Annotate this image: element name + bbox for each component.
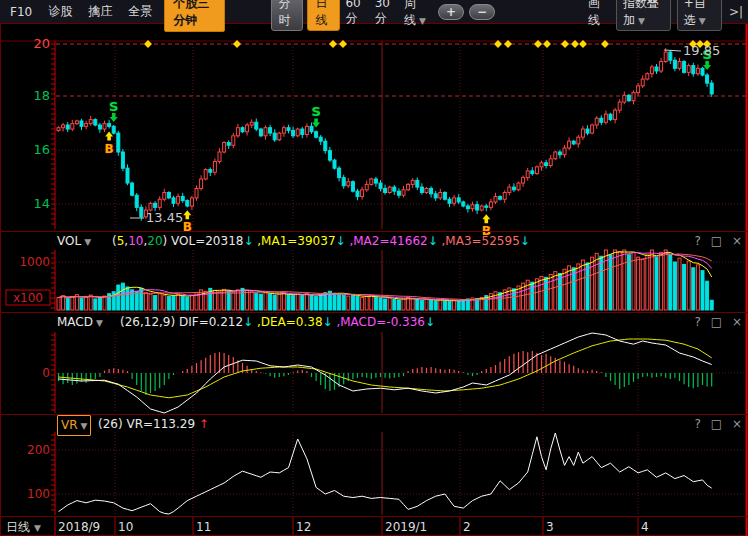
panorama-button[interactable]: 全景: [122, 1, 158, 22]
indicator-value-text: (26,12,9): [120, 315, 179, 329]
index-overlay-dropdown[interactable]: 指数叠加▼: [616, 0, 671, 31]
svg-text:1000: 1000: [19, 255, 50, 269]
svg-text:4: 4: [641, 520, 649, 534]
30min-tab[interactable]: 30分: [370, 0, 399, 29]
volume-panel-header: VOL▼ (5,10,20) VOL=20318↓ ,MA1=39037↓ ,M…: [0, 232, 748, 250]
svg-text:x100: x100: [13, 291, 43, 305]
indicator-value-text: ↓: [425, 315, 435, 329]
zoom-in-button[interactable]: +: [438, 4, 464, 20]
svg-text:2018/9: 2018/9: [58, 520, 100, 534]
60min-tab[interactable]: 60分: [340, 0, 369, 29]
macd-panel-header: MACD▼ (26,12,9) DIF=0.212↓ ,DEA=0.38↓ ,M…: [0, 313, 748, 331]
indicator-value-text: ↓: [323, 315, 333, 329]
svg-text:3: 3: [546, 520, 554, 534]
close-icon[interactable]: ×: [732, 315, 742, 329]
indicator-value-text: ↓: [520, 234, 530, 248]
svg-text:16: 16: [33, 142, 50, 157]
intraday-tab[interactable]: 分时: [271, 0, 304, 31]
indicator-value-text: ,MA3=52595: [438, 234, 520, 248]
volume-bars: [57, 250, 713, 310]
indicator-value-text: 10: [128, 234, 143, 248]
daily-tab[interactable]: 日线: [307, 0, 340, 31]
zoom-out-button[interactable]: −: [469, 4, 495, 20]
chevron-down-icon: ▼: [419, 16, 426, 26]
divider: [0, 516, 748, 517]
svg-text:13.45: 13.45: [146, 210, 183, 225]
price-callouts: 13.4519.85: [130, 43, 720, 225]
svg-text:10: 10: [118, 520, 133, 534]
macd-indicator-dropdown[interactable]: MACD▼: [57, 313, 103, 332]
macd-indicator-values: (26,12,9) DIF=0.212↓ ,DEA=0.38↓ ,MACD=-0…: [120, 313, 435, 331]
svg-text:14: 14: [33, 196, 50, 211]
indicator-value-text: VOL=20318: [171, 234, 243, 248]
buy-sell-markers: BSBSBS: [105, 47, 712, 238]
svg-text:S: S: [109, 99, 118, 114]
svg-text:S: S: [311, 104, 320, 119]
weekly-dropdown[interactable]: 周线▼: [399, 0, 433, 31]
svg-text:18: 18: [33, 88, 50, 103]
svg-text:11: 11: [196, 520, 211, 534]
draw-line-button[interactable]: 画线: [583, 0, 610, 31]
close-icon[interactable]: ×: [732, 417, 742, 431]
close-icon[interactable]: ×: [732, 234, 742, 248]
vol-indicator-dropdown[interactable]: VOL▼: [57, 232, 91, 251]
y-axis: 201816141000x1000200100: [6, 36, 55, 515]
maximize-icon[interactable]: □: [711, 315, 722, 329]
svg-text:2: 2: [463, 520, 471, 534]
stock-3min-button[interactable]: 个股三分钟: [164, 0, 224, 32]
f10-button[interactable]: F10: [4, 3, 38, 21]
maximize-icon[interactable]: □: [711, 234, 722, 248]
indicator-value-text: DIF=0.212: [179, 315, 243, 329]
vol-indicator-values: (5,10,20) VOL=20318↓ ,MA1=39037↓ ,MA2=41…: [112, 232, 530, 250]
vr-line: [59, 433, 712, 514]
svg-text:100: 100: [27, 487, 50, 501]
indicator-value-text: ,MA1=39037: [253, 234, 335, 248]
add-watchlist-dropdown[interactable]: +自选▼: [677, 0, 722, 31]
chevron-down-icon: ▼: [81, 421, 88, 431]
svg-text:19.85: 19.85: [683, 43, 720, 58]
indicator-value-text: ↓: [243, 234, 253, 248]
maximize-icon[interactable]: □: [711, 417, 722, 431]
help-icon[interactable]: ?: [695, 234, 701, 248]
catch-banker-button[interactable]: 擒庄: [82, 1, 118, 22]
indicator-value-text: ↑: [195, 417, 209, 431]
chevron-down-icon: ▼: [699, 16, 706, 26]
indicator-value-text: ,MA2=41662: [346, 234, 428, 248]
indicator-value-text: ↓: [243, 315, 253, 329]
x-axis: 日线▼2018/91011122019/1234: [6, 517, 649, 535]
svg-text:B: B: [105, 142, 114, 156]
svg-text:日线: 日线: [6, 520, 30, 534]
chevron-down-icon: ▼: [96, 318, 103, 328]
help-icon[interactable]: ?: [695, 417, 701, 431]
main-candles: [57, 48, 713, 221]
indicator-value-text: ↓: [428, 234, 438, 248]
diagnose-stock-button[interactable]: 诊股: [42, 1, 78, 22]
indicator-value-text: VR=113.29: [126, 417, 195, 431]
indicator-value-text: ↓: [336, 234, 346, 248]
top-toolbar: F10 诊股 擒庄 全景 个股三分钟 分时 日线 60分 30分 周线▼ + −…: [0, 0, 748, 24]
chevron-down-icon: ▼: [84, 237, 91, 247]
vr-indicator-dropdown[interactable]: VR▼: [57, 415, 91, 436]
svg-text:▼: ▼: [34, 523, 41, 533]
expand-panel-icon[interactable]: >|: [724, 3, 748, 21]
indicator-value-text: 20: [147, 234, 162, 248]
indicator-value-text: (26): [98, 417, 126, 431]
chevron-down-icon: ▼: [638, 16, 645, 26]
vr-panel-header: VR▼ (26) VR=113.29 ↑ ? □ ×: [0, 415, 748, 433]
vr-indicator-values: (26) VR=113.29 ↑: [98, 415, 209, 433]
stock-chart-app: 201816141000x1000200100BSBSBS13.4519.85日…: [0, 0, 748, 536]
indicator-value-text: ,MACD=-0.336: [333, 315, 425, 329]
svg-text:2019/1: 2019/1: [385, 520, 427, 534]
svg-text:200: 200: [27, 443, 50, 457]
indicator-value-text: ): [163, 234, 172, 248]
svg-text:20: 20: [33, 36, 50, 51]
svg-text:0: 0: [42, 366, 50, 380]
svg-text:12: 12: [296, 520, 311, 534]
indicator-value-text: ,DEA=0.38: [253, 315, 322, 329]
chart-canvas[interactable]: 201816141000x1000200100BSBSBS13.4519.85日…: [0, 0, 748, 536]
macd-plot: [59, 333, 712, 413]
help-icon[interactable]: ?: [695, 315, 701, 329]
